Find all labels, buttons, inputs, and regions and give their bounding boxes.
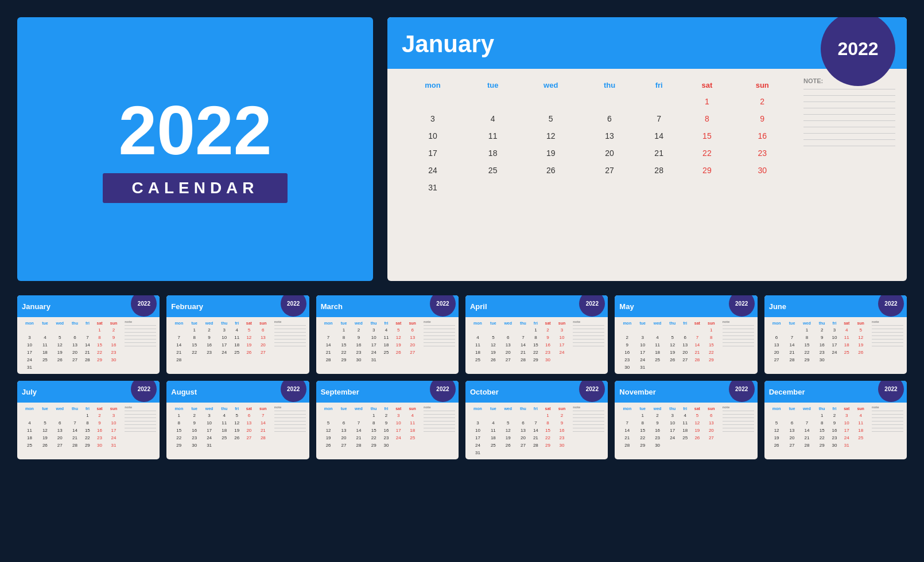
mini-day xyxy=(93,364,106,371)
mini-day xyxy=(392,442,405,449)
mini-day: 22 xyxy=(704,349,719,356)
mini-day: 6 xyxy=(243,412,255,419)
mini-day: 31 xyxy=(840,442,853,449)
mini-day: 25 xyxy=(381,349,392,356)
mini-body: mon tue wed thu fri sat sun 123456789101… xyxy=(166,317,309,366)
calendar-day xyxy=(519,93,583,110)
col-thu: thu xyxy=(583,77,636,93)
mini-month-name: November xyxy=(619,388,656,396)
mini-day: 13 xyxy=(243,419,255,427)
mini-day: 11 xyxy=(840,334,853,341)
mini-header: October 2022 xyxy=(465,381,608,403)
mini-grid: mon tue wed thu fri sat sun 123456789101… xyxy=(469,405,569,456)
mini-day: 3 xyxy=(21,334,38,341)
calendar-day xyxy=(732,179,792,196)
h-thu: thu xyxy=(218,405,231,412)
mini-day: 23 xyxy=(541,349,554,356)
mini-body: mon tue wed thu fri sat sun 123456789101… xyxy=(764,317,907,366)
col-sun: sun xyxy=(732,77,792,93)
mini-day xyxy=(52,364,68,371)
mini-day: 10 xyxy=(666,419,680,427)
mini-day: 1 xyxy=(93,326,106,334)
mini-day: 7 xyxy=(320,334,337,341)
mini-day xyxy=(38,364,52,371)
h-tue: tue xyxy=(636,405,649,412)
mini-day: 11 xyxy=(487,427,500,434)
mini-header: December 2022 xyxy=(764,381,907,403)
mini-day: 23 xyxy=(554,434,570,442)
mini-day: 9 xyxy=(649,419,666,427)
mini-day: 19 xyxy=(500,434,517,442)
mini-day: 12 xyxy=(52,341,68,349)
col-sat: sat xyxy=(681,77,732,93)
mini-day: 17 xyxy=(201,427,218,434)
note-line xyxy=(803,127,895,127)
mini-day: 16 xyxy=(541,341,554,349)
calendar-day xyxy=(583,93,636,110)
january-grid: mon tue wed thu fri sat sun 123456789101… xyxy=(399,77,792,196)
mini-day: 14 xyxy=(255,419,271,427)
mini-grid: mon tue wed thu fri sat sun 123456789101… xyxy=(320,405,420,449)
h-sun: sun xyxy=(853,405,868,412)
h-tue: tue xyxy=(188,405,201,412)
h-wed: wed xyxy=(500,405,517,412)
mini-month-july: July 2022 mon tue wed thu fri sat xyxy=(17,381,160,459)
cover-year: 2022 xyxy=(119,96,272,165)
mini-day: 5 xyxy=(231,412,243,419)
mini-day: 24 xyxy=(367,349,381,356)
mini-day: 28 xyxy=(170,356,188,364)
mini-day: 4 xyxy=(381,326,392,334)
mini-day: 27 xyxy=(68,356,82,364)
mini-grid: mon tue wed thu fri sat sun 123456789101… xyxy=(170,320,270,364)
mini-day: 14 xyxy=(786,341,799,349)
h-fri: fri xyxy=(81,320,93,326)
mini-day: 15 xyxy=(799,341,816,349)
mini-day: 18 xyxy=(469,349,487,356)
mini-day: 3 xyxy=(666,412,680,419)
mini-day: 22 xyxy=(815,434,829,442)
h-wed: wed xyxy=(201,320,218,326)
calendar-day: 8 xyxy=(681,110,732,127)
mini-day: 2 xyxy=(351,326,367,334)
mini-day: 17 xyxy=(106,427,122,434)
mini-day: 24 xyxy=(469,442,487,449)
mini-day xyxy=(255,356,271,364)
mini-month-name: August xyxy=(171,388,197,396)
mini-day: 22 xyxy=(799,349,816,356)
mini-year: 2022 xyxy=(735,300,748,307)
mini-day: 2 xyxy=(106,326,122,334)
mini-cal-area: mon tue wed thu fri sat sun 123456789101… xyxy=(170,320,270,364)
mini-day: 4 xyxy=(21,419,38,427)
mini-day xyxy=(530,449,541,456)
mini-cal-area: mon tue wed thu fri sat sun 123456789101… xyxy=(469,405,569,456)
mini-header: May 2022 xyxy=(615,295,757,317)
mini-day: 25 xyxy=(649,356,666,364)
h-wed: wed xyxy=(351,405,367,412)
h-fri: fri xyxy=(680,405,691,412)
mini-day: 25 xyxy=(218,434,231,442)
mini-year: 2022 xyxy=(884,300,897,307)
calendar-day: 7 xyxy=(636,110,681,127)
mini-day: 29 xyxy=(93,356,106,364)
mini-day: 3 xyxy=(201,412,218,419)
mini-day: 23 xyxy=(829,434,840,442)
mini-day: 24 xyxy=(21,356,38,364)
mini-month-name: June xyxy=(769,302,786,311)
mini-day: 8 xyxy=(81,419,93,427)
mini-day: 12 xyxy=(392,334,405,341)
mini-day xyxy=(68,364,82,371)
calendar-day: 5 xyxy=(519,110,583,127)
mini-day: 10 xyxy=(829,334,840,341)
mini-day: 20 xyxy=(680,349,691,356)
mini-day: 21 xyxy=(170,349,188,356)
mini-notes-label: note xyxy=(125,320,156,323)
mini-header: March 2022 xyxy=(316,295,459,317)
mini-day: 5 xyxy=(38,419,52,427)
h-sat: sat xyxy=(840,405,853,412)
h-wed: wed xyxy=(351,320,367,326)
mini-day: 30 xyxy=(106,356,122,364)
january-calendar-area: mon tue wed thu fri sat sun 123456789101… xyxy=(399,77,792,196)
mini-notes-area: note xyxy=(424,405,455,449)
january-body: mon tue wed thu fri sat sun 123456789101… xyxy=(387,69,907,205)
mini-day: 22 xyxy=(337,349,351,356)
